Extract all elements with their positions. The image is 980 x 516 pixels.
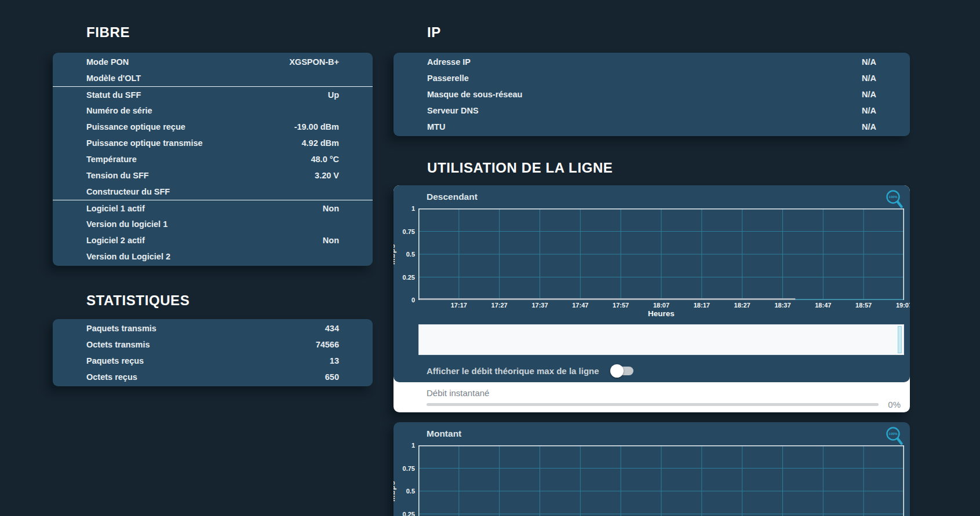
row-label: Paquets reçus bbox=[86, 356, 144, 365]
montant-chart: Montant 100% 10.750.50.250Mbps bbox=[394, 422, 910, 516]
toggle-row: Afficher le débit théorique max de la li… bbox=[394, 363, 910, 378]
descendant-chart-card: Descendant 100% 10.750.50.250Mbps 17:171… bbox=[394, 185, 910, 412]
svg-text:100%: 100% bbox=[888, 432, 898, 436]
row-value: 13 bbox=[330, 356, 339, 365]
table-row: Modèle d'OLT bbox=[53, 70, 373, 86]
row-value: 3.20 V bbox=[315, 171, 339, 180]
ip-card: Adresse IPN/APasserelleN/AMasque de sous… bbox=[394, 53, 910, 136]
row-label: Passerelle bbox=[427, 74, 469, 83]
row-label: Version du logiciel 1 bbox=[86, 219, 167, 229]
table-row: MTUN/A bbox=[394, 119, 910, 135]
row-label: Version du Logiciel 2 bbox=[86, 252, 170, 261]
row-value: XGSPON-B+ bbox=[289, 57, 339, 67]
x-tick-label: 17:47 bbox=[564, 302, 596, 309]
row-label: Paquets transmis bbox=[86, 324, 156, 333]
table-row: Paquets transmis434 bbox=[53, 320, 373, 336]
x-tick-label: 17:37 bbox=[524, 302, 556, 309]
table-row: Puissance optique reçue-19.00 dBm bbox=[53, 119, 373, 135]
row-value: 74566 bbox=[316, 340, 339, 349]
row-value: N/A bbox=[862, 90, 876, 99]
table-row: Octets transmis74566 bbox=[53, 336, 373, 353]
debit-section: Débit instantané 0% bbox=[394, 382, 910, 412]
row-value: N/A bbox=[862, 74, 876, 83]
statistiques-card: Paquets transmis434Octets transmis74566P… bbox=[53, 319, 373, 386]
row-label: Modèle d'OLT bbox=[86, 74, 141, 83]
row-label: Serveur DNS bbox=[427, 106, 479, 115]
chart-range-selector[interactable] bbox=[418, 324, 904, 355]
y-tick-label: 1 bbox=[411, 442, 415, 449]
row-label: Masque de sous-réseau bbox=[427, 90, 522, 99]
row-label: Logiciel 2 actif bbox=[86, 236, 145, 245]
toggle-knob bbox=[610, 364, 624, 378]
x-tick-label: 18:17 bbox=[686, 302, 718, 309]
table-row: Température48.0 °C bbox=[53, 151, 373, 167]
chart-title: Descendant bbox=[427, 192, 478, 202]
x-tick-label: 18:57 bbox=[847, 302, 880, 309]
x-tick-label: 17:57 bbox=[604, 302, 637, 309]
statistiques-heading: STATISTIQUES bbox=[86, 294, 373, 308]
chart-header: Montant bbox=[394, 422, 910, 440]
y-tick-label: 0.5 bbox=[406, 488, 415, 495]
range-handle[interactable] bbox=[898, 326, 902, 353]
table-row: Version du Logiciel 2 bbox=[53, 248, 373, 265]
debit-label: Débit instantané bbox=[427, 389, 901, 398]
svg-text:100%: 100% bbox=[888, 195, 898, 199]
row-label: MTU bbox=[427, 122, 445, 131]
toggle-label: Afficher le débit théorique max de la li… bbox=[427, 366, 599, 376]
row-label: Puissance optique reçue bbox=[86, 122, 185, 131]
chart-grid bbox=[418, 208, 904, 300]
montant-chart-card: Montant 100% 10.750.50.250Mbps bbox=[394, 422, 910, 516]
table-row: Masque de sous-réseauN/A bbox=[394, 86, 910, 103]
y-axis-label: Mbps bbox=[394, 244, 396, 265]
table-row: Constructeur du SFF bbox=[53, 184, 373, 200]
x-tick-label: 17:27 bbox=[483, 302, 516, 309]
row-label: Tension du SFF bbox=[86, 171, 149, 180]
right-column: IP Adresse IPN/APasserelleN/AMasque de s… bbox=[394, 0, 910, 516]
debit-progressbar bbox=[427, 403, 879, 406]
zoom-level-icon[interactable]: 100% bbox=[884, 426, 904, 448]
row-label: Température bbox=[86, 155, 137, 164]
table-row: Tension du SFF3.20 V bbox=[53, 167, 373, 184]
row-value: N/A bbox=[862, 106, 876, 115]
row-label: Octets transmis bbox=[86, 340, 150, 349]
row-value: Up bbox=[328, 90, 339, 100]
y-tick-label: 0.25 bbox=[403, 274, 415, 281]
row-label: Adresse IP bbox=[427, 57, 471, 67]
table-row: Octets reçus650 bbox=[53, 369, 373, 385]
y-axis-label: Mbps bbox=[394, 481, 396, 502]
table-row: PasserelleN/A bbox=[394, 70, 910, 86]
max-throughput-toggle[interactable] bbox=[612, 367, 633, 375]
y-tick-label: 1 bbox=[411, 205, 415, 212]
row-label: Logiciel 1 actif bbox=[86, 204, 145, 213]
row-label: Constructeur du SFF bbox=[86, 187, 170, 196]
row-label: Numéro de série bbox=[86, 106, 152, 115]
x-tick-label: 18:37 bbox=[767, 302, 799, 309]
row-value: Non bbox=[323, 204, 339, 213]
y-tick-label: 0.75 bbox=[403, 465, 415, 472]
left-column: FIBRE Mode PONXGSPON-B+Modèle d'OLTStatu… bbox=[53, 0, 373, 386]
montant-plot-area[interactable]: 10.750.50.250Mbps bbox=[418, 445, 904, 516]
row-label: Puissance optique transmise bbox=[86, 138, 203, 148]
descendant-plot-area[interactable]: 10.750.50.250Mbps bbox=[418, 208, 904, 300]
fibre-heading: FIBRE bbox=[86, 25, 373, 39]
row-label: Mode PON bbox=[86, 57, 129, 67]
row-value: 434 bbox=[325, 324, 339, 333]
table-row: Logiciel 2 actifNon bbox=[53, 232, 373, 248]
fibre-card: Mode PONXGSPON-B+Modèle d'OLTStatut du S… bbox=[53, 53, 373, 266]
chart-title: Montant bbox=[427, 429, 461, 438]
chart-header: Descendant bbox=[394, 185, 910, 203]
table-row: Serveur DNSN/A bbox=[394, 103, 910, 119]
chart-grid bbox=[418, 445, 904, 516]
x-axis-label: Heures bbox=[418, 309, 904, 319]
y-tick-label: 0.5 bbox=[406, 251, 415, 258]
table-row: Adresse IPN/A bbox=[394, 54, 910, 70]
table-row: Version du logiciel 1 bbox=[53, 216, 373, 232]
row-value: -19.00 dBm bbox=[294, 122, 339, 131]
row-value: 4.92 dBm bbox=[302, 138, 339, 148]
row-value: 48.0 °C bbox=[311, 155, 339, 164]
row-label: Octets reçus bbox=[86, 372, 137, 382]
row-value: N/A bbox=[862, 122, 876, 131]
table-row: Statut du SFFUp bbox=[53, 86, 373, 103]
zoom-level-icon[interactable]: 100% bbox=[884, 189, 904, 211]
x-tick-label: 17:17 bbox=[443, 302, 475, 309]
